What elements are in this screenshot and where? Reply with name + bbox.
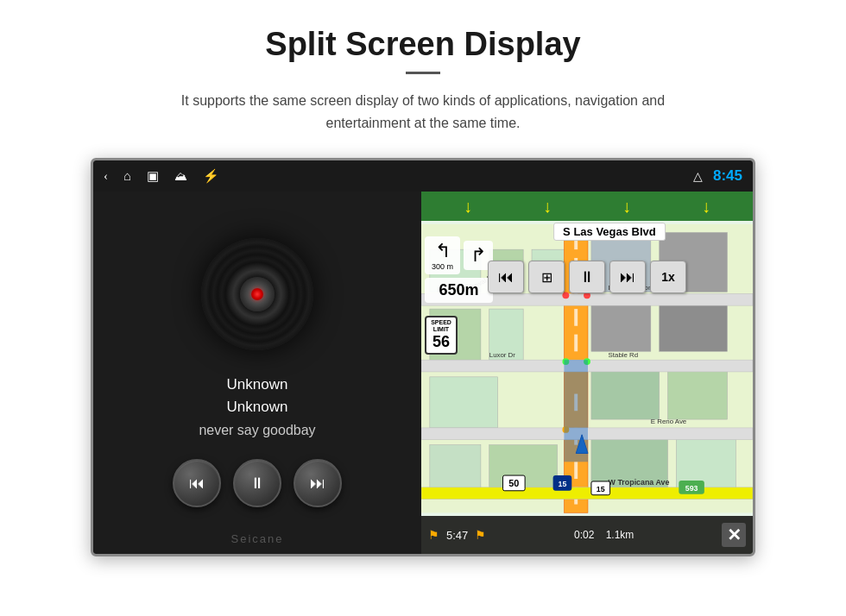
nav-bottom-bar: ⚑ 5:47 ⚑ 0:02 1.1km ✕ xyxy=(421,516,753,554)
status-time: 8:45 xyxy=(713,167,742,185)
svg-rect-12 xyxy=(668,368,728,419)
nav-prev-button[interactable]: ⏮ xyxy=(488,261,524,293)
nav-arrow-down-2: ↓ xyxy=(543,197,552,217)
nav-pause-button[interactable]: ⏸ xyxy=(569,261,605,293)
nav-grid-button[interactable]: ⊞ xyxy=(528,261,565,293)
svg-text:E Reno Ave: E Reno Ave xyxy=(651,418,687,425)
status-bar: ‹ ⌂ ▣ ⛰ ⚡ △ 8:45 xyxy=(93,160,753,192)
nav-duration: 0:02 xyxy=(574,529,594,541)
svg-text:50: 50 xyxy=(508,478,519,488)
recents-icon[interactable]: ▣ xyxy=(147,168,159,184)
nav-arrow-down-3: ↓ xyxy=(622,197,631,217)
road-name-banner: S Las Vegas Blvd xyxy=(553,223,666,241)
watermark: Seicane xyxy=(231,532,284,545)
nav-arrow-down-1: ↓ xyxy=(464,197,472,217)
pause-button[interactable]: ⏸ xyxy=(233,459,281,507)
page-subtitle: It supports the same screen display of t… xyxy=(155,90,691,134)
svg-rect-8 xyxy=(591,300,651,351)
prev-button[interactable]: ⏮ xyxy=(173,459,221,507)
nav-speed-button[interactable]: 1x xyxy=(650,261,686,293)
status-bar-icons: ‹ ⌂ ▣ ⛰ ⚡ xyxy=(104,168,678,184)
next-button[interactable]: ⏭ xyxy=(294,459,342,507)
nav-controls-row: ⏮ ⊞ ⏸ ⏭ 1x xyxy=(488,261,686,293)
map-area: S Las Vegas Blvd xyxy=(421,221,753,516)
title-divider xyxy=(406,72,440,74)
turn-left-box: ↰ 300 m xyxy=(425,236,460,274)
svg-text:593: 593 xyxy=(685,484,698,493)
speed-value: 56 xyxy=(428,333,454,351)
home-icon[interactable]: ⌂ xyxy=(123,169,131,184)
nav-arrow-down-4: ↓ xyxy=(702,197,710,217)
music-song: never say goodbay xyxy=(199,423,315,438)
prev-icon: ⏮ xyxy=(189,475,205,493)
nav-time: 5:47 xyxy=(446,529,468,542)
svg-rect-21 xyxy=(574,309,578,326)
split-screen: Unknown Unknown never say goodbay ⏮ ⏸ ⏭ … xyxy=(93,192,753,554)
pause-icon: ⏸ xyxy=(249,475,265,493)
svg-rect-22 xyxy=(574,335,578,352)
nav-route-info: 0:02 1.1km xyxy=(493,529,715,541)
svg-rect-25 xyxy=(574,462,578,479)
nav-distance: 1.1km xyxy=(606,529,634,541)
page-title: Split Screen Display xyxy=(52,26,794,63)
music-info: Unknown Unknown never say goodbay xyxy=(199,376,315,438)
music-artist: Unknown xyxy=(199,399,315,416)
svg-rect-10 xyxy=(430,377,498,428)
gallery-icon[interactable]: ⛰ xyxy=(174,169,187,184)
svg-rect-11 xyxy=(591,368,660,419)
navigation-panel: ↓ ↓ ↓ ↓ S Las Vegas Blvd xyxy=(421,192,753,554)
vinyl-record xyxy=(201,238,313,350)
direction-panel: ↰ 300 m ↱ 650m xyxy=(425,236,493,303)
svg-rect-9 xyxy=(660,300,728,351)
start-flag-icon: ⚑ xyxy=(428,528,439,543)
svg-text:15: 15 xyxy=(559,480,567,488)
music-title: Unknown xyxy=(199,376,315,393)
nav-top-bar: ↓ ↓ ↓ ↓ xyxy=(421,192,753,221)
music-panel: Unknown Unknown never say goodbay ⏮ ⏸ ⏭ … xyxy=(93,192,421,554)
nav-next-button[interactable]: ⏭ xyxy=(609,261,646,293)
svg-text:Luxor Dr: Luxor Dr xyxy=(489,351,516,359)
speed-limit-sign: SPEEDLIMIT 56 xyxy=(425,316,458,354)
svg-text:W Tropicana Ave: W Tropicana Ave xyxy=(609,478,670,487)
distance-label: 650m xyxy=(425,278,493,303)
turn-dist-1: 300 m xyxy=(432,262,453,271)
nav-close-button[interactable]: ✕ xyxy=(722,523,746,547)
end-flag-icon: ⚑ xyxy=(475,528,486,543)
device-frame: ‹ ⌂ ▣ ⛰ ⚡ △ 8:45 Unknown Unknown never s… xyxy=(91,158,755,556)
usb-icon[interactable]: ⚡ xyxy=(203,168,219,184)
next-icon: ⏭ xyxy=(310,475,325,493)
title-section: Split Screen Display It supports the sam… xyxy=(52,26,794,134)
music-controls: ⏮ ⏸ ⏭ xyxy=(173,459,342,507)
page-wrapper: Split Screen Display It supports the sam… xyxy=(0,0,846,591)
speed-label: SPEEDLIMIT xyxy=(428,319,454,332)
svg-text:Stable Rd: Stable Rd xyxy=(609,351,639,359)
back-icon[interactable]: ‹ xyxy=(104,169,108,184)
eject-icon[interactable]: △ xyxy=(693,169,703,184)
svg-text:15: 15 xyxy=(597,485,605,493)
status-bar-right: △ 8:45 xyxy=(693,167,742,185)
svg-rect-37 xyxy=(564,360,588,462)
